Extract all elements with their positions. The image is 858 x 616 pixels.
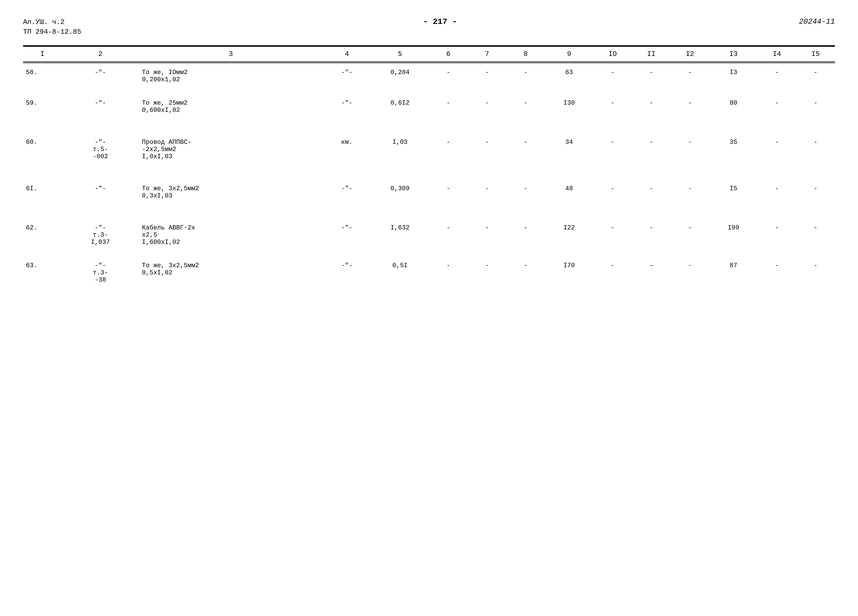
spacer-row (23, 162, 835, 171)
row-60-col7: - (468, 133, 506, 162)
row-62-col2: -"- т.3- I,037 (62, 219, 139, 248)
row-58-col13: I3 (709, 63, 758, 85)
row-63-col12: - (671, 256, 709, 286)
row-63-col6: - (429, 256, 468, 286)
row-59-col5: 0,6I2 (371, 94, 429, 116)
row-63-col2-line1: -"- (65, 262, 136, 269)
row-63-col11: – (632, 256, 671, 286)
row-59-col11: - (632, 94, 671, 116)
col-header-14: I4 (758, 47, 796, 62)
row-63-col7: - (468, 256, 506, 286)
col-header-6: 6 (429, 47, 468, 62)
row-62-col8: - (506, 219, 545, 248)
row-58-col4: -"- (323, 63, 371, 85)
spacer-row (23, 171, 835, 179)
col-header-13: I3 (709, 47, 758, 62)
row-62-col4: -"- (323, 219, 371, 248)
column-headers: I 2 3 4 5 6 7 8 9 IO II I2 I3 I4 I5 (23, 47, 835, 62)
header-right: 20244-11 (799, 17, 835, 26)
row-59-col2: -"- (62, 94, 139, 116)
row-61-col11: - (632, 179, 671, 201)
col-header-10: IO (593, 47, 632, 62)
row-59-col3-line2: 0,600xI,02 (142, 107, 320, 114)
row-62-col2-line1: -"- (65, 224, 136, 231)
row-58-col2: -"- (62, 63, 139, 85)
row-59-col6: - (429, 94, 468, 116)
row-62-col2-line3: I,037 (65, 239, 136, 246)
header-left-line2: ТП 294-8-12.85 (23, 27, 81, 37)
row-61-col3: То же, 3x2,5мм2 0,3xI,03 (139, 179, 323, 201)
row-58-id: 58. (23, 63, 62, 85)
row-59-col4: -"- (323, 94, 371, 116)
row-62-col14: - (758, 219, 796, 248)
row-60-col2-line1: -"- (65, 139, 136, 146)
row-61-col13: I5 (709, 179, 758, 201)
row-60-col6: - (429, 133, 468, 162)
row-60-col10: - (593, 133, 632, 162)
row-60-col2: -"- т.5- -002 (62, 133, 139, 162)
row-58-col5: 0,204 (371, 63, 429, 85)
row-60-col2-line2: т.5- (65, 146, 136, 153)
spacer-row (23, 201, 835, 210)
row-59-col10: - (593, 94, 632, 116)
row-63-col2-line2: т.3- (65, 269, 136, 276)
row-60-col5: I,03 (371, 133, 429, 162)
row-60-col14: - (758, 133, 796, 162)
row-58-col6: - (429, 63, 468, 85)
row-59-col12: - (671, 94, 709, 116)
col-header-9: 9 (545, 47, 593, 62)
row-63-col2-line3: -38 (65, 276, 136, 284)
row-63-col10: - (593, 256, 632, 286)
row-62-col12: - (671, 219, 709, 248)
table-row: 60. -"- т.5- -002 Провод АППВС- -2x2,5мм… (23, 133, 835, 162)
row-60-col2-line3: -002 (65, 153, 136, 160)
row-60-col9: 34 (545, 133, 593, 162)
row-63-col3: То же, 3x2,5мм2 0,5xI,02 (139, 256, 323, 286)
row-62-col6: - (429, 219, 468, 248)
row-61-col7: - (468, 179, 506, 201)
row-63-col3-line2: 0,5xI,02 (142, 269, 320, 276)
col-header-11: II (632, 47, 671, 62)
row-60-col3-line1: Провод АППВС- (142, 139, 320, 146)
row-62-col10: - (593, 219, 632, 248)
row-62-id: 62. (23, 219, 62, 248)
col-header-12: I2 (671, 47, 709, 62)
row-59-col9: I30 (545, 94, 593, 116)
row-58-col7: - (468, 63, 506, 85)
row-59-col14: - (758, 94, 796, 116)
row-62-col3: Кабель АВВГ-2х x2,5 I,600xI,02 (139, 219, 323, 248)
row-60-col11: - (632, 133, 671, 162)
row-60-col4: км. (323, 133, 371, 162)
col-header-1: I (23, 47, 62, 62)
row-62-col9: I22 (545, 219, 593, 248)
row-58-col10: - (593, 63, 632, 85)
row-59-col13: 80 (709, 94, 758, 116)
row-63-col9: I70 (545, 256, 593, 286)
col-header-7: 7 (468, 47, 506, 62)
row-60-id: 60. (23, 133, 62, 162)
row-58-col8: - (506, 63, 545, 85)
row-62-col11: - (632, 219, 671, 248)
header-center: - 217 - (423, 17, 457, 26)
main-table: I 2 3 4 5 6 7 8 9 IO II I2 I3 I4 I5 (23, 46, 835, 286)
table-row: 58. -"- То же, IOмм2 0,200x1,02 -"- 0,20… (23, 63, 835, 85)
row-59-col15: - (796, 94, 835, 116)
row-62-col13: I99 (709, 219, 758, 248)
row-61-col8: - (506, 179, 545, 201)
row-60-col8: - (506, 133, 545, 162)
row-60-col3-line3: I,0xI,03 (142, 153, 320, 160)
row-61-col15: - (796, 179, 835, 201)
row-60-col3: Провод АППВС- -2x2,5мм2 I,0xI,03 (139, 133, 323, 162)
row-58-col3-line2: 0,200x1,02 (142, 76, 320, 83)
row-59-col7: - (468, 94, 506, 116)
row-63-col8: - (506, 256, 545, 286)
row-63-col3-line1: То же, 3x2,5мм2 (142, 262, 320, 269)
spacer-row (23, 248, 835, 256)
row-61-col10: - (593, 179, 632, 201)
row-59-id: 59. (23, 94, 62, 116)
row-58-col12: - (671, 63, 709, 85)
row-63-col15: - (796, 256, 835, 286)
row-58-col3: То же, IOмм2 0,200x1,02 (139, 63, 323, 85)
row-59-col3: То же, 25мм2 0,600xI,02 (139, 94, 323, 116)
row-62-col15: - (796, 219, 835, 248)
